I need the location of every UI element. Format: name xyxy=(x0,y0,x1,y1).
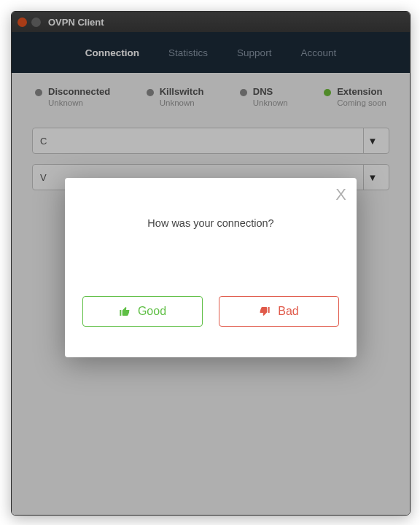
close-icon[interactable]: X xyxy=(335,185,346,204)
modal-question: How was your connection? xyxy=(82,217,339,229)
feedback-modal: X How was your connection? Good Bad xyxy=(65,178,357,357)
modal-overlay: X How was your connection? Good Bad xyxy=(12,12,410,515)
good-button-label: Good xyxy=(138,305,166,318)
app-window: OVPN Client Connection Statistics Suppor… xyxy=(11,11,411,516)
thumbs-up-icon xyxy=(119,306,131,317)
good-button[interactable]: Good xyxy=(82,296,203,327)
bad-button[interactable]: Bad xyxy=(219,296,339,327)
thumbs-down-icon xyxy=(259,306,271,317)
bad-button-label: Bad xyxy=(278,305,298,318)
